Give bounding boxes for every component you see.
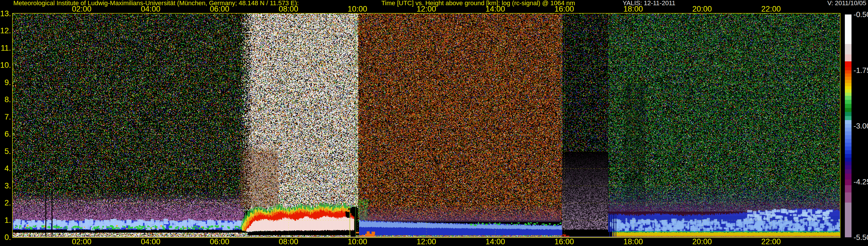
y-tick-label: 7. — [0, 112, 11, 122]
x-tick-label: 06:00 — [210, 238, 229, 246]
colorbar-segment — [845, 135, 851, 139]
x-tick-label: 16:00 — [554, 5, 574, 13]
x-tick-label: 20:00 — [692, 238, 712, 246]
colorbar-segment — [845, 80, 851, 83]
colorbar-segment — [845, 61, 851, 67]
x-tick-label: 08:00 — [279, 238, 298, 246]
y-tick-label: 4. — [0, 163, 11, 173]
colorbar-segment — [845, 120, 851, 124]
plot-canvas — [13, 13, 840, 237]
colorbar-segment — [845, 165, 851, 169]
x-tick-label: 04:00 — [141, 5, 161, 13]
y-tick-label: 2. — [0, 198, 11, 208]
x-tick-label: 02:00 — [72, 5, 91, 13]
version-label: V: 2011/10/05 — [827, 0, 866, 6]
x-tick-label: 08:00 — [279, 5, 298, 13]
colorbar-segment — [845, 44, 851, 54]
x-tick-label: 22:00 — [761, 238, 781, 246]
colorbar-segment — [845, 161, 851, 165]
x-tick-label: 12:00 — [416, 5, 436, 13]
x-tick-label: 10:00 — [347, 238, 367, 246]
colorbar-segment — [845, 185, 851, 192]
colorbar-segment — [845, 83, 851, 86]
x-tick-label: 10:00 — [347, 5, 367, 13]
colorbar-segment — [845, 67, 851, 70]
plot-title: Time [UTC] vs. Height above ground [km]:… — [381, 0, 575, 6]
colorbar-segment — [845, 158, 851, 161]
x-tick-label: 16:00 — [554, 238, 574, 246]
colorbar-segment — [845, 86, 851, 89]
colorbar-segment — [845, 143, 851, 147]
x-tick-label: 06:00 — [210, 5, 229, 13]
colorbar-segment — [845, 14, 851, 44]
colorbar-segment — [845, 104, 851, 108]
x-tick-label: 04:00 — [141, 238, 161, 246]
colorbar-segment — [845, 131, 851, 135]
colorbar-segment — [845, 147, 851, 150]
x-tick-label: 18:00 — [623, 5, 643, 13]
colorbar-segment — [845, 154, 851, 158]
colorbar-segment — [845, 128, 851, 131]
plot-frame — [12, 13, 840, 238]
y-tick-label: 0. — [0, 233, 11, 242]
x-tick-label: 18:00 — [623, 238, 643, 246]
x-tick-label: 14:00 — [486, 5, 505, 13]
x-tick-label: 14:00 — [486, 238, 505, 246]
colorbar-segment — [845, 70, 851, 73]
x-tick-label: 12:00 — [416, 238, 436, 246]
y-tick-label: 10. — [0, 60, 11, 70]
y-tick-label: 1. — [0, 215, 11, 225]
colorbar-segment — [845, 169, 851, 174]
y-tick-label: 3. — [0, 181, 11, 191]
colorbar-segment — [845, 112, 851, 116]
colorbar-segment — [845, 116, 851, 120]
colorbar-tick-label: -0.50 — [854, 10, 868, 19]
colorbar-segment — [845, 96, 851, 100]
colorbar-tick-label: -5.50 — [854, 233, 868, 242]
x-tick-label: 02:00 — [72, 238, 91, 246]
y-tick-label: 5. — [0, 147, 11, 156]
colorbar — [845, 14, 851, 237]
y-tick-label: 13. — [0, 9, 11, 19]
colorbar-segment — [845, 73, 851, 77]
colorbar-segment — [845, 77, 851, 80]
colorbar-segment — [845, 150, 851, 154]
colorbar-segment — [845, 203, 851, 237]
y-tick-label: 12. — [0, 26, 11, 36]
x-tick-label: 22:00 — [761, 5, 781, 13]
colorbar-segment — [845, 174, 851, 179]
colorbar-segment — [845, 100, 851, 104]
colorbar-segment — [845, 89, 851, 93]
colorbar-segment — [845, 54, 851, 61]
colorbar-segment — [845, 108, 851, 112]
y-tick-label: 8. — [0, 95, 11, 104]
colorbar-segment — [845, 124, 851, 128]
x-tick-label: 20:00 — [692, 5, 712, 13]
colorbar-segment — [845, 139, 851, 143]
colorbar-segment — [845, 192, 851, 203]
y-tick-label: 11. — [0, 43, 11, 53]
colorbar-segment — [845, 93, 851, 96]
colorbar-tick-label: -1.75 — [854, 66, 868, 75]
y-tick-label: 9. — [0, 78, 11, 87]
colorbar-tick-label: -3.00 — [854, 122, 868, 130]
y-tick-label: 6. — [0, 129, 11, 139]
colorbar-tick-label: -4.25 — [854, 177, 868, 186]
colorbar-segment — [845, 179, 851, 185]
